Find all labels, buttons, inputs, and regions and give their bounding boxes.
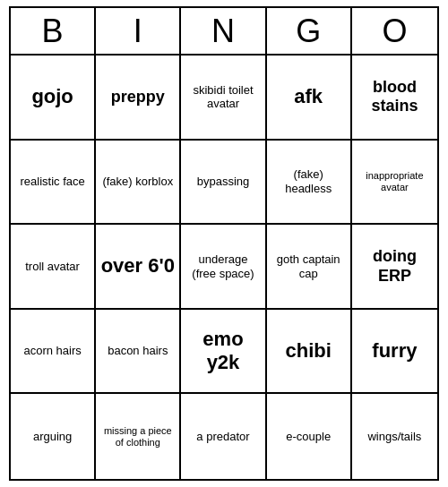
cell-3[interactable]: afk xyxy=(267,56,352,141)
cell-4[interactable]: blood stains xyxy=(352,56,437,141)
cell-23[interactable]: e-couple xyxy=(267,394,352,479)
cell-2[interactable]: skibidi toilet avatar xyxy=(181,56,266,141)
header-b: B xyxy=(11,8,96,54)
cell-8[interactable]: (fake) headless xyxy=(267,141,352,226)
cell-19[interactable]: furry xyxy=(352,310,437,395)
cell-18[interactable]: chibi xyxy=(267,310,352,395)
header-i: I xyxy=(96,8,181,54)
cell-1[interactable]: preppy xyxy=(96,56,181,141)
header-g: G xyxy=(267,8,352,54)
cell-12[interactable]: underage (free space) xyxy=(181,225,266,310)
cell-21[interactable]: missing a piece of clothing xyxy=(96,394,181,479)
cell-9[interactable]: inappropriate avatar xyxy=(352,141,437,226)
cell-5[interactable]: realistic face xyxy=(11,141,96,226)
cell-17[interactable]: emo y2k xyxy=(181,310,266,395)
cell-10[interactable]: troll avatar xyxy=(11,225,96,310)
header-o: O xyxy=(352,8,437,54)
bingo-card: B I N G O gojo preppy skibidi toilet ava… xyxy=(9,6,439,481)
cell-14[interactable]: doing ERP xyxy=(352,225,437,310)
cell-16[interactable]: bacon hairs xyxy=(96,310,181,395)
header-n: N xyxy=(181,8,266,54)
cell-15[interactable]: acorn hairs xyxy=(11,310,96,395)
bingo-grid: gojo preppy skibidi toilet avatar afk bl… xyxy=(9,54,439,481)
cell-0[interactable]: gojo xyxy=(11,56,96,141)
cell-6[interactable]: (fake) korblox xyxy=(96,141,181,226)
cell-20[interactable]: arguing xyxy=(11,394,96,479)
cell-13[interactable]: goth captain cap xyxy=(267,225,352,310)
bingo-header: B I N G O xyxy=(9,6,439,54)
cell-11[interactable]: over 6'0 xyxy=(96,225,181,310)
cell-24[interactable]: wings/tails xyxy=(352,394,437,479)
cell-7[interactable]: bypassing xyxy=(181,141,266,226)
cell-22[interactable]: a predator xyxy=(181,394,266,479)
